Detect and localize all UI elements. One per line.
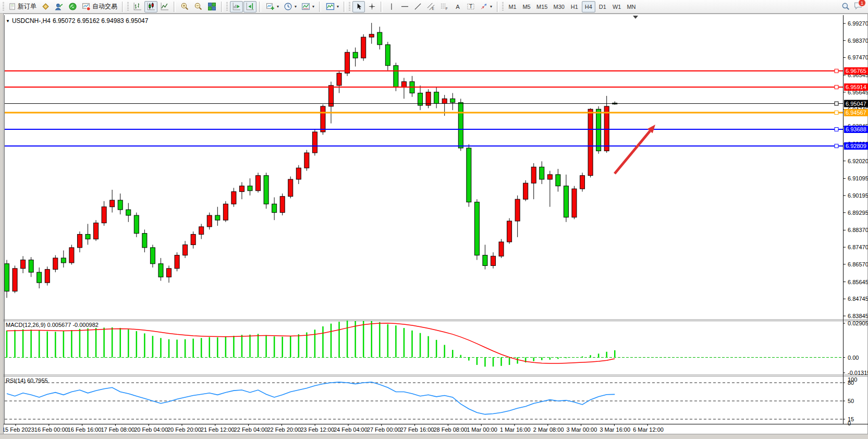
- time-axis-label: 1 Mar 16:00: [500, 426, 531, 433]
- zoom-in-icon: [180, 2, 189, 11]
- timeframe-m5-button[interactable]: M5: [520, 1, 533, 13]
- line-anchor-handle[interactable]: [835, 128, 838, 131]
- new-order-button[interactable]: 新订单: [6, 1, 39, 13]
- time-axis-label: 22 Feb 20:00: [267, 426, 301, 433]
- candle: [483, 255, 487, 265]
- chart-ohlc-values: 6.95072 6.95162 6.94983 6.95047: [53, 17, 149, 25]
- candle: [394, 66, 398, 88]
- period-button[interactable]: ▾: [282, 1, 299, 13]
- indicators-icon: [326, 2, 335, 11]
- timeframe-m30-button[interactable]: M30: [551, 1, 567, 13]
- template-icon: [301, 2, 310, 11]
- line-anchor-handle[interactable]: [835, 144, 838, 148]
- candle: [256, 176, 261, 191]
- line-anchor-handle[interactable]: [835, 86, 838, 89]
- vertical-line-button[interactable]: [385, 1, 398, 13]
- timeframe-mn-button[interactable]: MN: [624, 1, 638, 13]
- dropdown-caret: ▾: [337, 4, 339, 9]
- arrows-button[interactable]: ▾: [478, 1, 494, 13]
- market-watch-button[interactable]: [39, 1, 52, 13]
- vertical-line-icon: [388, 3, 395, 10]
- auto-trading-button[interactable]: 自动交易: [80, 1, 119, 13]
- signals-button[interactable]: [66, 1, 79, 13]
- candlestick-chart-button[interactable]: [144, 1, 157, 13]
- text-icon: A: [454, 3, 462, 10]
- text-button[interactable]: A: [451, 1, 464, 13]
- line-anchor-handle[interactable]: [835, 102, 838, 105]
- toolbar-separator: [174, 2, 176, 12]
- time-axis-label: 20 Feb 20:00: [167, 426, 201, 433]
- chart-canvas[interactable]: 6.992706.983706.974706.965456.956456.947…: [1, 14, 868, 439]
- chart-title[interactable]: ▼ USDCNH-,H4 6.95072 6.95162 6.94983 6.9…: [6, 17, 148, 25]
- toolbar-separator: [381, 2, 383, 12]
- toolbar-drag-handle[interactable]: [127, 2, 129, 11]
- dropdown-caret: ▾: [490, 4, 492, 9]
- template-button[interactable]: ▾: [299, 1, 316, 13]
- chart-shift-button[interactable]: [243, 1, 256, 13]
- new-chart-button[interactable]: ▾: [264, 1, 281, 13]
- candle: [467, 148, 471, 202]
- timeframe-d1-button[interactable]: D1: [596, 1, 609, 13]
- candle: [564, 186, 568, 217]
- macd-scale-label: -0.013154: [848, 370, 868, 376]
- price-tick-label: 6.98370: [848, 38, 868, 44]
- notifications-button[interactable]: 1: [853, 1, 863, 12]
- timeframe-h4-button[interactable]: H4: [582, 1, 595, 13]
- search-icon[interactable]: [841, 2, 850, 11]
- price-tick-label: 6.89295: [848, 210, 868, 216]
- price-tick-label: 6.99270: [848, 20, 868, 27]
- line-anchor-handle[interactable]: [835, 69, 838, 73]
- candle: [353, 52, 358, 58]
- candle: [369, 34, 374, 37]
- bar-chart-button[interactable]: [131, 1, 144, 13]
- candle: [102, 207, 106, 223]
- toolbar-drag-handle[interactable]: [3, 2, 4, 11]
- new-chart-icon: [266, 2, 275, 11]
- timeframe-w1-button[interactable]: W1: [610, 1, 624, 13]
- candle: [231, 192, 236, 204]
- toolbar-drag-handle[interactable]: [502, 2, 504, 11]
- candle: [531, 167, 536, 183]
- time-axis-label: 16 Feb 16:00: [68, 426, 102, 433]
- line-anchor-handle[interactable]: [835, 111, 838, 115]
- candle: [167, 269, 172, 277]
- candle: [69, 248, 74, 263]
- timeframe-h1-button[interactable]: H1: [568, 1, 581, 13]
- timeframe-m15-button[interactable]: M15: [534, 1, 550, 13]
- indicators-button[interactable]: ▾: [324, 1, 341, 13]
- candle: [272, 204, 277, 212]
- price-tick-label: 6.91095: [848, 175, 868, 181]
- candle: [442, 99, 447, 103]
- equidistant-channel-button[interactable]: E: [424, 1, 437, 13]
- tile-windows-button[interactable]: [205, 1, 218, 13]
- zoom-out-button[interactable]: [192, 1, 205, 13]
- chart-shift-marker[interactable]: [633, 16, 638, 19]
- chart-menu-triangle-icon[interactable]: ▼: [6, 19, 10, 23]
- candle: [5, 264, 9, 291]
- trendline-button[interactable]: [411, 1, 424, 13]
- chart-shift-icon: [246, 2, 254, 11]
- timeframe-group: M1M5M15M30H1H4D1W1MN: [506, 1, 638, 13]
- candle: [207, 215, 212, 227]
- trend-arrow-line[interactable]: [615, 131, 650, 174]
- text-label-button[interactable]: T: [464, 1, 477, 13]
- candle: [85, 234, 90, 239]
- horizontal-line-button[interactable]: [398, 1, 411, 13]
- auto-scroll-button[interactable]: [230, 1, 243, 13]
- crosshair-button[interactable]: [365, 1, 378, 13]
- fibonacci-button[interactable]: F: [438, 1, 451, 13]
- signals-icon: [68, 2, 77, 11]
- toolbar-drag-handle[interactable]: [349, 2, 350, 11]
- candle: [13, 269, 17, 291]
- toolbar-drag-handle[interactable]: [226, 2, 228, 11]
- candle: [450, 99, 455, 102]
- macd-scale-label: 0.00: [848, 355, 859, 361]
- candle: [474, 202, 479, 255]
- line-chart-button[interactable]: [158, 1, 171, 13]
- zoom-in-button[interactable]: [178, 1, 191, 13]
- candle: [199, 227, 204, 235]
- strategy-tester-button[interactable]: [53, 1, 66, 13]
- timeframe-m1-button[interactable]: M1: [506, 1, 519, 13]
- cursor-button[interactable]: [352, 1, 365, 13]
- dropdown-caret: ▾: [277, 4, 279, 9]
